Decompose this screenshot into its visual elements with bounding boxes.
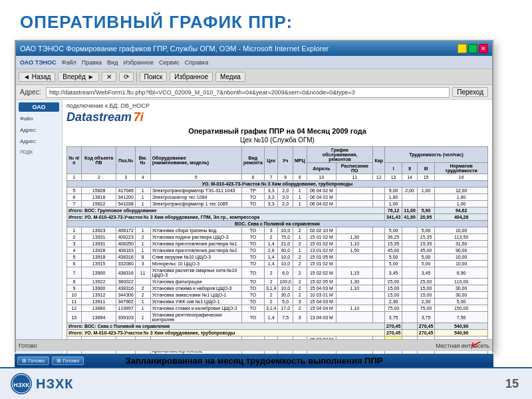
table-row: 813922380022 Установка фильтрации ТО2100… bbox=[67, 279, 488, 285]
table-row: 9139004383162 Установка отжима и наборов… bbox=[67, 285, 488, 292]
oao-sidebar-logo: ОАО bbox=[19, 102, 59, 112]
table-total-row: Итого: УО. М-010-423-73-Участок № 3 Хим … bbox=[67, 214, 488, 221]
hdr-6: 6 bbox=[241, 174, 264, 181]
refresh-button[interactable]: ⟳ bbox=[119, 72, 134, 82]
sidebar-file[interactable]: Файл bbox=[19, 114, 59, 123]
table-row: 3139314082501 Установка приготовления ра… bbox=[67, 241, 488, 247]
svg-text:НЗХК: НЗХК bbox=[13, 382, 29, 388]
separator bbox=[136, 72, 137, 82]
col-code: Код объекта ПВ bbox=[81, 147, 116, 174]
window-controls: ✕ bbox=[458, 44, 488, 53]
status-text: Готово bbox=[19, 342, 37, 349]
table-total-row: Итого: ВОС: Групповое оборудование 76,12… bbox=[67, 207, 488, 214]
bottom-caption: Запланированная на месяц трудоемкость вы… bbox=[15, 356, 493, 366]
hdr-8: 8 bbox=[278, 174, 293, 181]
section1-header: УО. М-010-423-73-Участок № 3 Хим оборудо… bbox=[67, 181, 488, 188]
table-row: 13138943391031 Установка рентгенографиче… bbox=[67, 312, 488, 323]
hdr-1: 1 bbox=[67, 174, 82, 181]
menu-file[interactable]: Файл bbox=[62, 59, 76, 66]
col-pos: Поз.№ bbox=[116, 147, 135, 174]
col-num: № п/п bbox=[67, 147, 82, 174]
search-button[interactable]: Поиск bbox=[140, 72, 168, 82]
col-t1: I bbox=[384, 163, 402, 174]
go-button[interactable]: Переход bbox=[452, 87, 488, 97]
table-row: 10139123443062 Установка замасловки №1 Ц… bbox=[67, 292, 488, 299]
table-total-row: Итого: ВОС: Сква с Поливой на справления… bbox=[67, 323, 488, 330]
hdr-13: 13 bbox=[384, 174, 402, 181]
col-t2: II bbox=[402, 163, 418, 174]
browser-title-text: ОАО ТЭНОС Формирование графиков ГПР, Слу… bbox=[20, 45, 458, 53]
hdr-5: 5 bbox=[150, 174, 241, 181]
browser-sidebar: ОАО Файл Адрес: Адрес: ПОДК bbox=[16, 100, 63, 364]
col-t3: III bbox=[417, 163, 434, 174]
stop-button[interactable]: ✕ bbox=[102, 72, 116, 82]
table-row: 2139314082232 Установка подачи раствора … bbox=[67, 234, 488, 241]
col-rascpisanie: Расписание ПО bbox=[336, 163, 373, 174]
table-row: 6139153320803 Монорельс 10 ЦЩО-3 ТО1,410… bbox=[67, 261, 488, 267]
datastream-logo: Datastream 7i bbox=[66, 110, 488, 124]
hdr-10: 10 bbox=[307, 174, 336, 181]
menu-service[interactable]: Сервис bbox=[159, 59, 180, 66]
hdr-7: 7 bbox=[264, 174, 278, 181]
browser-toolbar: ◄ Назад Вперёд ► ✕ ⟳ Поиск Избранное Мед… bbox=[16, 69, 492, 85]
browser-titlebar: ОАО ТЭНОС Формирование графиков ГПР, Слу… bbox=[16, 41, 492, 56]
favorites-button[interactable]: Избранное bbox=[170, 72, 213, 82]
close-button[interactable]: ✕ bbox=[479, 44, 488, 53]
hdr-3: 3 bbox=[116, 174, 135, 181]
table-row: 4139284081631 Установка приготовления ра… bbox=[67, 247, 488, 254]
col-kar: Кар bbox=[373, 147, 385, 174]
table-total-row: Итого: УО. М-010-423-73-Участок № 3 Хим … bbox=[67, 330, 488, 336]
hdr-14: 14 bbox=[402, 174, 418, 181]
report-subtitle: Цех №10 (Служба ОГМ) bbox=[66, 136, 488, 144]
slide: ОПЕРАТИВНЫЙ ГРАФИК ППР: ОАО ТЭНОС Формир… bbox=[0, 0, 532, 399]
browser-window: ОАО ТЭНОС Формирование графиков ГПР, Слу… bbox=[15, 40, 493, 352]
hdr-11: 11 bbox=[336, 174, 373, 181]
table-row: 71390043831611 Установка расчетки смарны… bbox=[67, 267, 488, 279]
menu-bar: ОАО ТЭНОС Файл Правка Вид Избранное Серв… bbox=[16, 56, 492, 69]
sidebar-address2[interactable]: Адрес: bbox=[19, 137, 59, 146]
back-button[interactable]: ◄ Назад bbox=[19, 72, 55, 82]
menu-help[interactable]: Справка bbox=[185, 59, 208, 66]
col-equipment: Оборудование(наименование, модель) bbox=[150, 147, 241, 174]
table-row: 5158284170461 Электротрансформатор ТЭ1-3… bbox=[67, 188, 488, 194]
hdr-2: 2 bbox=[81, 174, 116, 181]
menu-favorites[interactable]: Избранное bbox=[123, 59, 154, 66]
address-label: Адрес: bbox=[20, 88, 43, 96]
main-title: ОПЕРАТИВНЫЙ ГРАФИК ППР: bbox=[20, 12, 293, 33]
browser-status-bar: Готово Местная интрасеть bbox=[16, 339, 492, 351]
col-apr1: Апрель bbox=[307, 163, 336, 174]
col-mrc: МРЦ bbox=[293, 147, 307, 174]
db-connection-text: подключение к БД: DB_НОСР bbox=[66, 102, 488, 109]
hdr-15: 15 bbox=[417, 174, 434, 181]
col-vid: Видремонта bbox=[241, 147, 264, 174]
col-t4: Норматив трудоёмкости bbox=[435, 163, 488, 174]
media-button[interactable]: Медиа bbox=[215, 72, 245, 82]
maximize-button[interactable] bbox=[468, 44, 477, 53]
table-row: 7158225410381 Электротрансформатор 1 тес… bbox=[67, 201, 488, 207]
table-row: 1139234081721 Установка сбора тратины во… bbox=[67, 227, 488, 234]
nzhk-logo: НЗХК НЗХК bbox=[11, 373, 74, 394]
col-uch: Уч bbox=[278, 147, 293, 174]
page-number: 15 bbox=[505, 377, 519, 391]
table-row: 6138183412001 Электросанатор тес 1084 ТО… bbox=[67, 194, 488, 201]
address-input[interactable] bbox=[46, 87, 450, 98]
address-bar: Адрес: Переход bbox=[16, 85, 492, 100]
forward-button[interactable]: Вперёд ► bbox=[58, 72, 98, 82]
browser-main-content: подключение к БД: DB_НОСР Datastream 7i … bbox=[63, 100, 492, 364]
table-row: 11139113479621 Установка УЖК сив №1 ЦЩО-… bbox=[67, 299, 488, 305]
col-ceh: Цех bbox=[264, 147, 278, 174]
col-trudoemkost-header: Трудоемкость (чел/час) bbox=[384, 147, 487, 163]
col-vm: Вм.№ bbox=[135, 147, 150, 174]
footer-bar: НЗХК НЗХК 15 bbox=[0, 367, 532, 399]
nzhk-text: НЗХК bbox=[36, 376, 74, 392]
hdr-12: 12 bbox=[373, 174, 385, 181]
minimize-button[interactable] bbox=[458, 44, 467, 53]
hdr-4: 4 bbox=[135, 174, 150, 181]
sidebar-podkl: ПОДК bbox=[19, 148, 59, 156]
menu-edit[interactable]: Правка bbox=[82, 59, 102, 66]
datastream-brand: Datastream bbox=[66, 110, 132, 124]
sidebar-address1[interactable]: Адрес: bbox=[19, 126, 59, 134]
menu-view[interactable]: Вид bbox=[107, 59, 118, 66]
hdr-9: 9 bbox=[293, 174, 307, 181]
col-grafik-header: Графикобслуживания,ремонтов bbox=[307, 147, 373, 163]
